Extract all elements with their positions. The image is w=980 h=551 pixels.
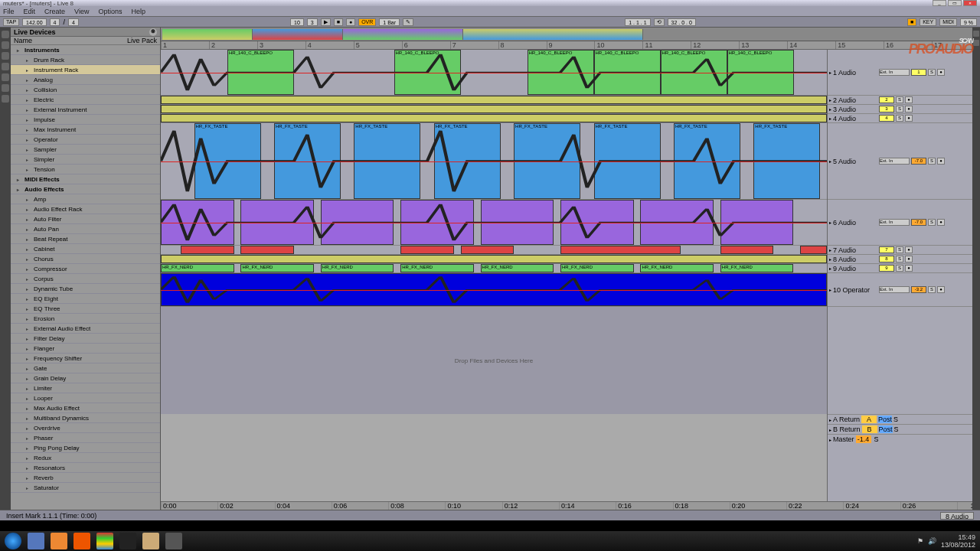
input-select[interactable]: Ext. In — [879, 219, 910, 226]
post-button[interactable]: Post — [879, 425, 893, 433]
solo-button[interactable]: S — [896, 246, 903, 253]
pos-bar[interactable]: 10 — [290, 18, 304, 26]
loop-start[interactable]: 1 . 1 . 1 — [625, 18, 650, 26]
browser-tab-1[interactable] — [2, 31, 9, 38]
rec-arm-button[interactable]: ● — [937, 158, 945, 165]
start-button[interactable] — [5, 533, 21, 549]
track-name[interactable]: 5 Audio — [833, 158, 877, 165]
browser-item[interactable]: EQ Eight — [11, 294, 160, 304]
browser-item[interactable]: Collision — [11, 85, 160, 95]
return-name[interactable]: Master — [833, 435, 854, 443]
browser-item[interactable]: MIDI Effects — [11, 174, 160, 184]
clip[interactable]: HR_FX_NERD — [240, 264, 314, 272]
key-map-button[interactable]: KEY — [920, 18, 936, 26]
browser-item[interactable]: Chorus — [11, 254, 160, 264]
track-volume[interactable]: 2 — [879, 96, 894, 103]
track-volume[interactable]: -7.0 — [911, 219, 926, 226]
browser-item[interactable]: Operator — [11, 135, 160, 145]
browser-item[interactable]: Phaser — [11, 433, 160, 443]
rec-arm-button[interactable]: ● — [905, 106, 913, 112]
clip[interactable]: HR_FX_NERD — [720, 264, 794, 272]
browser-item[interactable]: Redux — [11, 453, 160, 463]
solo-button[interactable]: S — [928, 219, 936, 226]
automation-line[interactable] — [161, 223, 827, 223]
track-row[interactable] — [161, 273, 827, 307]
clip[interactable]: HR_FX_NERD — [640, 264, 714, 272]
track-volume[interactable]: 8 — [879, 256, 894, 262]
sig-num[interactable]: 4 — [50, 18, 60, 26]
solo-button[interactable]: S — [896, 96, 903, 103]
track-name[interactable]: 8 Audio — [833, 256, 877, 263]
taskbar-explorer-icon[interactable] — [28, 533, 44, 549]
solo-button[interactable]: S — [894, 425, 899, 433]
browser-item[interactable]: Corpus — [11, 274, 160, 284]
tap-tempo-button[interactable]: TAP — [3, 18, 19, 26]
menu-help[interactable]: Help — [131, 8, 145, 15]
return-name[interactable]: B Return — [833, 425, 861, 433]
post-button[interactable]: Post — [878, 416, 892, 423]
browser-item[interactable]: Amp — [11, 194, 160, 204]
track-row[interactable] — [161, 255, 827, 264]
solo-button[interactable]: S — [896, 265, 903, 272]
rec-arm-button[interactable]: ● — [905, 265, 913, 272]
browser-item[interactable]: Audio Effect Rack — [11, 204, 160, 214]
col-name[interactable]: Name — [14, 37, 32, 44]
browser-item[interactable]: Dynamic Tube — [11, 284, 160, 294]
browser-tab-6[interactable] — [2, 84, 9, 92]
maximize-button[interactable]: ▭ — [948, 0, 962, 6]
arrangement-overview[interactable] — [161, 28, 980, 41]
return-volume[interactable]: B — [862, 425, 877, 433]
browser-item[interactable]: Audio Effects — [11, 184, 160, 194]
loop-length[interactable]: 32 . 0 . 0 — [668, 18, 696, 26]
close-button[interactable]: × — [963, 0, 977, 6]
browser-item[interactable]: Instrument Rack — [11, 65, 160, 75]
clip[interactable] — [181, 246, 234, 254]
taskbar-media-icon[interactable] — [51, 533, 67, 549]
browser-item[interactable]: EQ Three — [11, 304, 160, 314]
browser-item[interactable]: Drum Rack — [11, 55, 160, 65]
browser-item[interactable]: Frequency Shifter — [11, 354, 160, 364]
record-button[interactable]: ● — [346, 18, 355, 26]
rec-arm-button[interactable]: ● — [905, 246, 913, 253]
pos-beat[interactable]: 3 — [307, 18, 318, 26]
rec-arm-button[interactable]: ● — [937, 219, 945, 226]
browser-item[interactable]: Instruments — [11, 45, 160, 55]
browser-item[interactable]: External Audio Effect — [11, 324, 160, 334]
browser-item[interactable]: Saturator — [11, 483, 160, 493]
rec-arm-button[interactable]: ● — [905, 256, 913, 262]
track-name[interactable]: 4 Audio — [833, 115, 877, 122]
browser-item[interactable]: Looper — [11, 393, 160, 403]
status-track-button[interactable]: 8 Audio — [940, 512, 974, 520]
solo-button[interactable]: S — [928, 69, 936, 76]
browser-item[interactable]: Max Instrument — [11, 125, 160, 135]
automation-line[interactable] — [161, 290, 827, 291]
input-select[interactable]: Ext. In — [879, 69, 910, 76]
return-name[interactable]: A Return — [833, 416, 860, 423]
input-select[interactable]: Ext. In — [879, 286, 910, 293]
drop-area[interactable]: Drop Files and Devices Here — [161, 307, 827, 414]
browser-item[interactable]: Tension — [11, 165, 160, 174]
time-ruler[interactable]: 0:000:020:040:060:080:100:120:140:160:18… — [161, 501, 980, 510]
menu-file[interactable]: File — [3, 8, 15, 15]
browser-item[interactable]: Auto Filter — [11, 214, 160, 224]
rec-arm-button[interactable]: ● — [905, 115, 913, 122]
track-volume[interactable]: 3 — [879, 106, 894, 112]
track-volume[interactable]: 7 — [879, 246, 894, 253]
browser-tab-4[interactable] — [2, 63, 9, 70]
browser-tab-7[interactable] — [2, 95, 9, 103]
solo-button[interactable]: S — [896, 106, 903, 112]
track-volume[interactable]: -7.0 — [911, 158, 926, 165]
track-row[interactable] — [161, 246, 827, 255]
midi-map-button[interactable]: MIDI — [939, 18, 957, 26]
menu-view[interactable]: View — [74, 8, 89, 15]
solo-button[interactable]: S — [874, 435, 879, 443]
track-name[interactable]: 3 Audio — [833, 106, 877, 113]
play-button[interactable]: ▶ — [321, 18, 331, 26]
browser-item[interactable]: Limiter — [11, 383, 160, 393]
rec-arm-button[interactable]: ● — [937, 69, 945, 76]
solo-button[interactable]: S — [896, 115, 903, 122]
clip[interactable]: HR_FX_NERD — [321, 264, 394, 272]
browser-item[interactable]: Filter Delay — [11, 334, 160, 344]
browser-item[interactable]: Auto Pan — [11, 224, 160, 234]
browser-item[interactable]: Flanger — [11, 344, 160, 354]
